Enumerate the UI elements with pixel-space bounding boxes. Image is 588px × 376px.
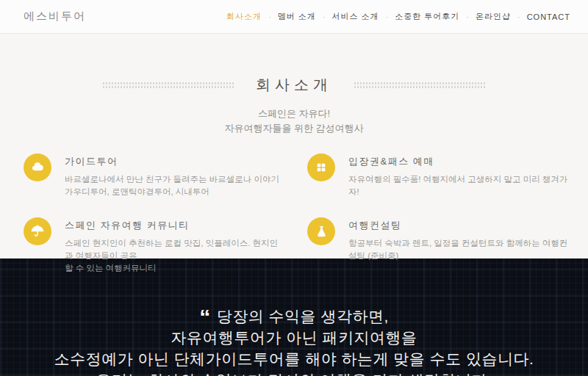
feature-consulting: 여행컨설팅 항공부터 숙박과 렌트, 일정을 컨설턴트와 함께하는 여행컨설팅 … [307, 217, 573, 275]
feature-community: 스페인 자유여행 커뮤니티 스페인 현지인이 추천하는 로컬 맛집, 잇플레이스… [24, 217, 285, 275]
section-subtitle: 스페인은 자유다! 자유여행자들을 위한 감성여행사 [0, 106, 588, 136]
feature-desc: 스페인 현지인이 추천하는 로컬 맛집, 잇플레이스. 현지인과 여행자들이 공… [65, 237, 285, 275]
feature-desc: 자유여행의 필수품! 여행지에서 고생하지 말고 미리 챙겨가자! [348, 173, 573, 198]
feature-text: 스페인 자유여행 커뮤니티 스페인 현지인이 추천하는 로컬 맛집, 잇플레이스… [65, 217, 285, 275]
quote-text: 당장의 수익을 생각하면, [217, 308, 389, 325]
main-nav: 회사소개 · 멤버 소개 · 서비스 소개 · 소중한 투어후기 · 온라인샵 … [226, 11, 570, 22]
nav-item-contact[interactable]: CONTACT [527, 12, 570, 21]
nav-separator: · [386, 12, 389, 21]
umbrella-icon [24, 217, 51, 245]
flask-icon [307, 217, 335, 245]
subtitle-line-1: 스페인은 자유다! [0, 106, 588, 121]
feature-desc-line: 자유여행의 필수품! 여행지에서 고생하지 말고 미리 챙겨가자! [348, 173, 573, 198]
feature-text: 입장권&패스 예매 자유여행의 필수품! 여행지에서 고생하지 말고 미리 챙겨… [348, 153, 573, 198]
feature-ticket-booking: 입장권&패스 예매 자유여행의 필수품! 여행지에서 고생하지 말고 미리 챙겨… [307, 153, 573, 198]
quote-line-1: “당장의 수익을 생각하면, [0, 306, 588, 327]
open-quote-icon: “ [199, 305, 211, 329]
feature-desc-line: 할 수 있는 여행커뮤니티 [65, 262, 285, 275]
nav-item-reviews[interactable]: 소중한 투어후기 [395, 11, 459, 22]
feature-guided-tour: 가이드투어 바르셀로나에서 만난 친구가 들려주는 바르셀로나 이야기 가우디투… [24, 153, 285, 198]
nav-item-services[interactable]: 서비스 소개 [332, 11, 379, 22]
feature-title: 가이드투어 [65, 155, 279, 168]
feature-desc-line: 가우디투어, 로맨틱야경투어, 시내투어 [65, 186, 279, 198]
feature-title: 스페인 자유여행 커뮤니티 [65, 219, 285, 232]
quote-line-3: 소수정예가 아닌 단체가이드투어를 해야 하는게 맞을 수도 있습니다. [0, 348, 588, 369]
nav-separator: · [268, 12, 271, 21]
grid-icon [307, 153, 335, 181]
nav-item-members[interactable]: 멤버 소개 [278, 11, 316, 22]
quote-line-4: 우리는 회사의 수익보다 당신의 여행을 먼저 생각합니다. [0, 369, 588, 376]
page-title: 회사소개 [256, 75, 332, 95]
quote-line-2: 자유여행투어가 아닌 패키지여행을 [0, 327, 588, 348]
feature-text: 여행컨설팅 항공부터 숙박과 렌트, 일정을 컨설턴트와 함께하는 여행컨설팅 … [348, 217, 573, 262]
title-hatch-right [354, 82, 485, 88]
top-header: 에스비투어 회사소개 · 멤버 소개 · 서비스 소개 · 소중한 투어후기 ·… [0, 0, 588, 34]
nav-separator: · [466, 12, 469, 21]
feature-desc-line: 스페인 현지인이 추천하는 로컬 맛집, 잇플레이스. 현지인과 여행자들이 공… [65, 237, 285, 262]
quote-section: “당장의 수익을 생각하면, 자유여행투어가 아닌 패키지여행을 소수정예가 아… [0, 258, 588, 376]
about-section: 회사소개 스페인은 자유다! 자유여행자들을 위한 감성여행사 가이드투어 바르… [0, 34, 588, 258]
section-title-row: 회사소개 [0, 34, 588, 95]
nav-item-shop[interactable]: 온라인샵 [476, 11, 511, 22]
brand-logo[interactable]: 에스비투어 [24, 10, 86, 24]
feature-desc-line: 항공부터 숙박과 렌트, 일정을 컨설턴트와 함께하는 여행컨설팅 (준비중) [348, 237, 573, 262]
cloud-icon [24, 153, 51, 181]
feature-desc-line: 바르셀로나에서 만난 친구가 들려주는 바르셀로나 이야기 [65, 173, 279, 186]
feature-grid: 가이드투어 바르셀로나에서 만난 친구가 들려주는 바르셀로나 이야기 가우디투… [0, 153, 588, 275]
title-hatch-left [103, 82, 234, 88]
feature-title: 여행컨설팅 [348, 219, 573, 232]
feature-desc: 항공부터 숙박과 렌트, 일정을 컨설턴트와 함께하는 여행컨설팅 (준비중) [348, 237, 573, 262]
subtitle-line-2: 자유여행자들을 위한 감성여행사 [0, 121, 588, 136]
feature-text: 가이드투어 바르셀로나에서 만난 친구가 들려주는 바르셀로나 이야기 가우디투… [65, 153, 279, 198]
feature-title: 입장권&패스 예매 [348, 155, 573, 168]
nav-separator: · [323, 12, 326, 21]
feature-desc: 바르셀로나에서 만난 친구가 들려주는 바르셀로나 이야기 가우디투어, 로맨틱… [65, 173, 279, 198]
nav-item-company[interactable]: 회사소개 [226, 11, 262, 22]
nav-separator: · [517, 12, 520, 21]
